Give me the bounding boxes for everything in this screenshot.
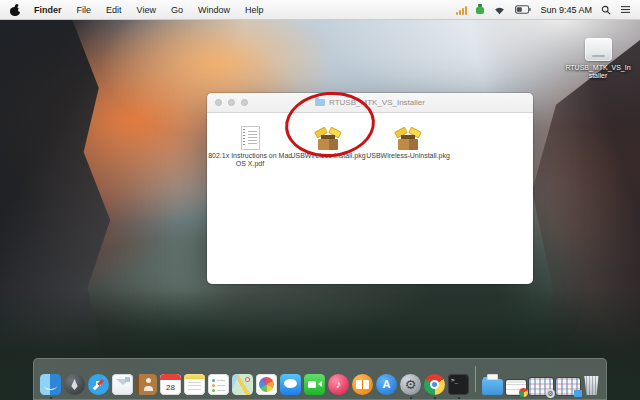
dock-trash-icon[interactable] <box>583 376 600 395</box>
dock-minimized-chrome-window-icon[interactable] <box>506 380 526 395</box>
dock-calendar-icon[interactable]: 28 <box>160 374 181 395</box>
window-title: RTUSB_MTK_VS_Installer <box>329 98 425 107</box>
dock-reminders-icon[interactable] <box>208 374 229 395</box>
wifi-icon[interactable] <box>493 5 506 15</box>
dock-system-preferences-icon[interactable]: ⚙ <box>400 374 421 395</box>
battery-icon[interactable] <box>515 5 531 14</box>
package-icon <box>395 127 421 150</box>
dock: 28♪A⚙>_ <box>33 358 607 400</box>
dock-ibooks-icon[interactable] <box>352 374 373 395</box>
menu-app-finder[interactable]: Finder <box>34 5 62 15</box>
menu-window[interactable]: Window <box>198 5 230 15</box>
dock-facetime-icon[interactable] <box>304 374 325 395</box>
close-button[interactable] <box>215 99 222 106</box>
dock-maps-icon[interactable] <box>232 374 253 395</box>
finder-window: RTUSB_MTK_VS_Installer 802.1x Instructio… <box>207 93 533 284</box>
usb-adapter-icon[interactable] <box>476 7 484 14</box>
spotlight-search-icon[interactable] <box>601 5 611 15</box>
menu-view[interactable]: View <box>137 5 156 15</box>
dock-safari-icon[interactable] <box>88 374 109 395</box>
window-title-bar[interactable]: RTUSB_MTK_VS_Installer <box>207 93 533 113</box>
minimize-button[interactable] <box>228 99 235 106</box>
desktop-volume-rtusb-installer[interactable]: RTUSB_MTK_VS_In staller <box>560 38 636 80</box>
file-label: USBWireless-Uninstall.pkg <box>360 152 456 160</box>
apple-logo-icon[interactable] <box>10 4 20 16</box>
dock-mail-icon[interactable] <box>112 374 133 395</box>
folder-proxy-icon <box>315 99 325 106</box>
dock-contacts-icon[interactable] <box>136 374 157 395</box>
package-icon <box>315 127 341 150</box>
dock-launchpad-icon[interactable] <box>64 374 85 395</box>
dock-messages-icon[interactable] <box>280 374 301 395</box>
removable-disk-icon <box>585 38 612 61</box>
dock-finder-icon[interactable] <box>40 374 61 395</box>
menu-edit[interactable]: Edit <box>106 5 122 15</box>
file-usbwireless-uninstall-pkg[interactable]: USBWireless-Uninstall.pkg <box>360 126 456 160</box>
dock-notes-icon[interactable] <box>184 374 205 395</box>
menu-bar: Finder File Edit View Go Window Help Sun… <box>0 0 640 20</box>
dock-minimized-finder-window-icon[interactable] <box>556 378 580 395</box>
dock-photos-icon[interactable] <box>256 374 277 395</box>
menu-bar-clock[interactable]: Sun 9:45 AM <box>540 5 592 15</box>
dock-divider <box>475 366 476 392</box>
signal-bars-icon[interactable] <box>456 5 467 15</box>
dock-app-store-icon[interactable]: A <box>376 374 397 395</box>
dock-downloads-folder-icon[interactable] <box>482 379 503 395</box>
menu-help[interactable]: Help <box>245 5 264 15</box>
dock-itunes-icon[interactable]: ♪ <box>328 374 349 395</box>
zoom-button[interactable] <box>241 99 248 106</box>
dock-minimized-sysprefs-window-icon[interactable] <box>529 378 553 395</box>
menu-file[interactable]: File <box>77 5 92 15</box>
notification-center-icon[interactable] <box>620 5 631 14</box>
menu-go[interactable]: Go <box>171 5 183 15</box>
desktop-volume-label: RTUSB_MTK_VS_In staller <box>560 64 636 80</box>
pdf-document-icon <box>241 126 260 150</box>
finder-window-content: 802.1x Instructions on Mac OS X.pdf USBW… <box>207 113 533 284</box>
desktop-screen: Finder File Edit View Go Window Help Sun… <box>0 0 640 400</box>
dock-chrome-icon[interactable] <box>424 374 445 395</box>
dock-terminal-icon[interactable]: >_ <box>448 374 469 395</box>
